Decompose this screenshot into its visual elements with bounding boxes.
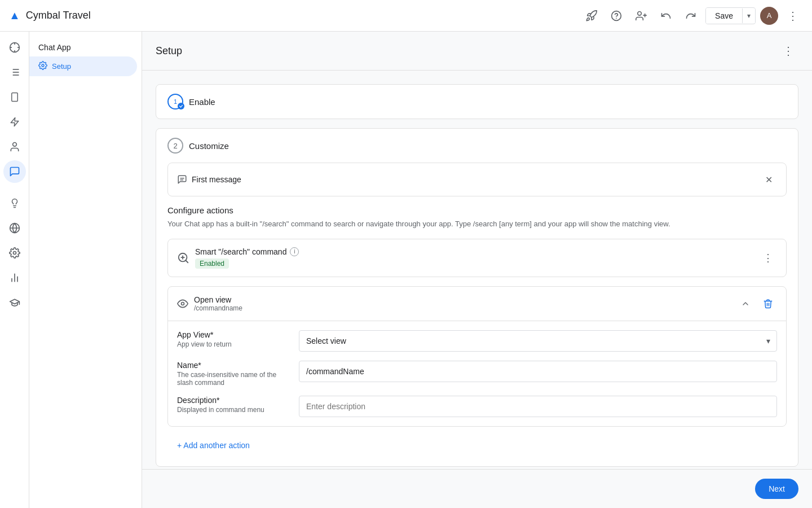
- sidebar-icon-lightning[interactable]: [3, 111, 26, 133]
- step-enable-header[interactable]: 1 Enable: [156, 85, 798, 119]
- svg-point-35: [182, 302, 184, 305]
- save-chevron-button[interactable]: ▾: [742, 8, 755, 23]
- sidebar-icon-list[interactable]: [3, 61, 26, 84]
- name-input-col: [299, 361, 777, 382]
- help-icon-button[interactable]: [606, 6, 626, 26]
- setup-nav-icon: [38, 61, 47, 72]
- open-view-card: Open view /commandname: [167, 286, 787, 427]
- smart-search-info-icon[interactable]: i: [290, 247, 299, 256]
- svg-marker-18: [11, 118, 19, 126]
- smart-search-info: Smart "/search" command i Enabled: [195, 247, 299, 269]
- open-view-eye-icon: [177, 298, 188, 309]
- svg-point-28: [42, 64, 44, 67]
- sidebar-icon-chart[interactable]: [3, 266, 26, 289]
- sidebar-icon-phone[interactable]: [3, 86, 26, 108]
- first-message-icon: [177, 174, 187, 185]
- sidebar-icon-chat[interactable]: [3, 160, 26, 183]
- collapse-icon: [741, 299, 750, 308]
- chat-icon: [9, 166, 20, 177]
- configure-actions-section: Configure actions Your Chat app has a bu…: [167, 205, 787, 230]
- topbar: ▲ Cymbal Travel Save ▾ A ⋮: [0, 0, 812, 32]
- sidebar-item-setup[interactable]: Setup: [29, 56, 137, 76]
- svg-point-19: [12, 143, 16, 147]
- topbar-left: ▲ Cymbal Travel: [9, 9, 91, 22]
- sidebar-icon-contacts[interactable]: [3, 135, 26, 158]
- settings-icon: [9, 247, 20, 259]
- rocket-icon: [585, 10, 598, 22]
- step-customize-card: 2 Customize First message: [156, 128, 798, 467]
- main-layout: Chat App Setup Setup ⋮ 1: [0, 32, 812, 508]
- topbar-more-icon-button[interactable]: ⋮: [783, 6, 803, 26]
- sidebar-icon-globe[interactable]: [3, 217, 26, 239]
- step-customize-header[interactable]: 2 Customize: [156, 129, 798, 163]
- delete-icon: [763, 299, 773, 309]
- sidebar-icon-crosshair[interactable]: [3, 36, 26, 59]
- description-input-col: [299, 396, 777, 417]
- chart-icon: [9, 272, 20, 283]
- app-view-row: App View* App view to return Select view: [177, 330, 777, 352]
- sidebar-icon-settings[interactable]: [3, 242, 26, 264]
- add-action-label: + Add another action: [177, 441, 250, 450]
- undo-icon-button[interactable]: [656, 6, 676, 26]
- description-sublabel: Displayed in command menu: [177, 406, 290, 414]
- content-body: 1 Enable 2 Customize: [142, 71, 812, 469]
- open-view-body: App View* App view to return Select view: [168, 321, 786, 426]
- description-label-col: Description* Displayed in command menu: [177, 396, 290, 414]
- next-button[interactable]: Next: [755, 479, 798, 499]
- configure-desc: Your Chat app has a built-in "/search" c…: [167, 218, 787, 230]
- description-row: Description* Displayed in command menu: [177, 396, 777, 417]
- first-message-title: First message: [192, 175, 241, 184]
- app-logo-icon: ▲: [9, 9, 20, 22]
- description-input[interactable]: [299, 396, 777, 417]
- content-more-icon-button[interactable]: ⋮: [778, 41, 798, 61]
- description-label: Description*: [177, 396, 290, 405]
- sidebar-icon-graduation[interactable]: [3, 291, 26, 314]
- undo-icon: [660, 10, 672, 21]
- save-button[interactable]: Save: [706, 8, 742, 24]
- smart-search-more-icon: ⋮: [763, 252, 773, 264]
- nav-item-label: Setup: [52, 62, 71, 71]
- phone-icon: [10, 91, 20, 103]
- open-view-title: Open view: [194, 295, 242, 304]
- content-wrapper: Setup ⋮ 1 Enable: [142, 32, 812, 508]
- crosshair-icon: [9, 42, 20, 53]
- smart-search-left: Smart "/search" command i Enabled: [177, 247, 299, 269]
- app-view-select[interactable]: Select view: [299, 330, 777, 352]
- redo-icon: [685, 10, 696, 21]
- name-input[interactable]: [299, 361, 777, 382]
- app-title: Cymbal Travel: [26, 10, 91, 21]
- avatar[interactable]: A: [760, 7, 778, 25]
- add-person-icon-button[interactable]: [631, 6, 651, 26]
- save-button-group: Save ▾: [705, 7, 756, 24]
- contacts-icon: [9, 141, 20, 152]
- open-view-collapse-button[interactable]: [736, 295, 754, 313]
- name-row: Name* The case-insensitive name of the s…: [177, 361, 777, 387]
- first-message-close-button[interactable]: ✕: [760, 171, 777, 188]
- app-view-label-col: App View* App view to return: [177, 330, 290, 348]
- redo-icon-button[interactable]: [681, 6, 701, 26]
- content-area: 1 Enable 2 Customize: [142, 71, 812, 469]
- smart-search-card: Smart "/search" command i Enabled ⋮: [167, 239, 787, 277]
- sidebar-icon-bulb[interactable]: [3, 192, 26, 214]
- open-view-header-left: Open view /commandname: [177, 295, 242, 312]
- topbar-right: Save ▾ A ⋮: [581, 6, 803, 26]
- first-message-header-left: First message: [177, 174, 241, 185]
- svg-point-2: [638, 11, 642, 15]
- content-header: Setup ⋮: [142, 32, 812, 71]
- first-message-header[interactable]: First message ✕: [168, 163, 786, 196]
- add-person-icon: [636, 10, 647, 21]
- open-view-subtitle: /commandname: [194, 304, 242, 312]
- open-view-title-block: Open view /commandname: [194, 295, 242, 312]
- rocket-icon-button[interactable]: [581, 6, 602, 26]
- step-enable-card: 1 Enable: [156, 84, 798, 119]
- open-view-delete-button[interactable]: [759, 295, 777, 313]
- help-icon: [611, 10, 622, 21]
- step-2-number: 2: [167, 138, 183, 154]
- svg-line-32: [186, 260, 188, 262]
- step-2-title: Customize: [189, 141, 229, 151]
- add-action-button[interactable]: + Add another action: [167, 436, 259, 455]
- topbar-more-icon: ⋮: [787, 9, 798, 23]
- smart-search-more-button[interactable]: ⋮: [759, 249, 777, 267]
- name-label: Name*: [177, 361, 290, 370]
- nav-section-title: Chat App: [29, 41, 142, 56]
